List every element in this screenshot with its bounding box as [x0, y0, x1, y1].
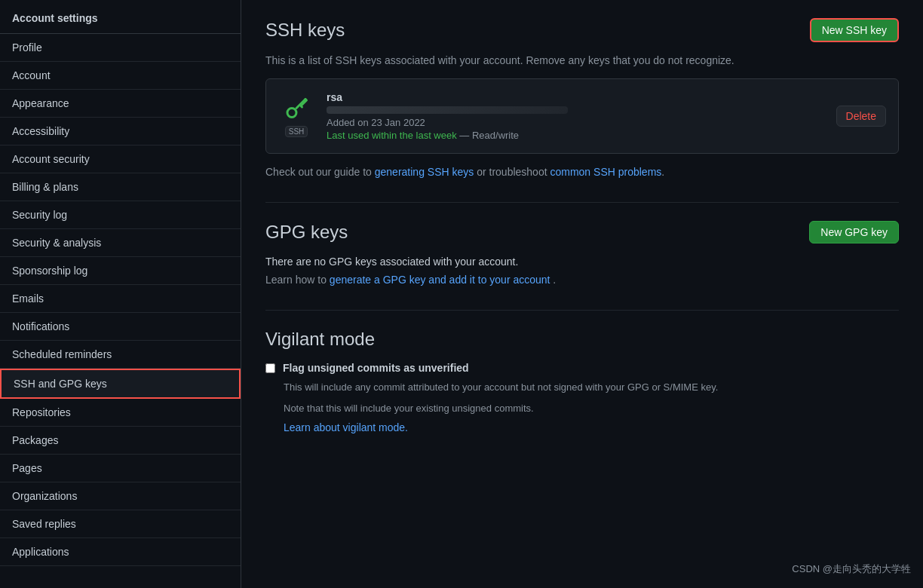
key-added-date: Added on 23 Jan 2022	[327, 117, 824, 128]
sidebar-item-security-analysis[interactable]: Security & analysis	[0, 229, 241, 257]
watermark: CSDN @走向头秃的大学牲	[792, 562, 911, 576]
gpg-learn-prefix: Learn how to	[265, 274, 330, 286]
sidebar-item-emails[interactable]: Emails	[0, 285, 241, 313]
vigilant-desc2: Note that this will include your existin…	[284, 401, 899, 416]
svg-point-0	[287, 108, 296, 117]
sidebar-item-appearance[interactable]: Appearance	[0, 90, 241, 118]
sidebar-title: Account settings	[0, 0, 241, 34]
common-ssh-problems-link[interactable]: common SSH problems	[550, 166, 661, 178]
ssh-section-title: SSH keys	[265, 20, 345, 41]
sidebar-item-applications[interactable]: Applications	[0, 538, 241, 566]
sidebar-item-security-log[interactable]: Security log	[0, 201, 241, 229]
sidebar-item-notifications[interactable]: Notifications	[0, 313, 241, 341]
key-icon-wrapper: SSH	[278, 96, 314, 137]
key-info: rsa Added on 23 Jan 2022 Last used withi…	[327, 91, 824, 141]
key-fingerprint	[327, 106, 568, 114]
no-gpg-keys-text: There are no GPG keys associated with yo…	[265, 256, 899, 268]
sidebar-item-account-security[interactable]: Account security	[0, 145, 241, 173]
guide-suffix: .	[661, 166, 664, 178]
gpg-learn-text: Learn how to generate a GPG key and add …	[265, 274, 899, 286]
key-name: rsa	[327, 91, 824, 103]
key-icon	[283, 96, 310, 123]
key-access: Read/write	[472, 130, 519, 141]
sidebar-item-profile[interactable]: Profile	[0, 34, 241, 62]
sidebar-item-scheduled-reminders[interactable]: Scheduled reminders	[0, 341, 241, 369]
ssh-section: SSH keys New SSH key This is a list of S…	[265, 18, 899, 178]
gpg-section: GPG keys New GPG key There are no GPG ke…	[265, 221, 899, 286]
vigilant-learn-link[interactable]: Learn about vigilant mode.	[284, 421, 408, 433]
main-content: SSH keys New SSH key This is a list of S…	[241, 0, 923, 588]
sidebar: Account settings ProfileAccountAppearanc…	[0, 0, 241, 588]
ssh-key-card: SSH rsa Added on 23 Jan 2022 Last used w…	[265, 78, 899, 154]
sidebar-item-repositories[interactable]: Repositories	[0, 399, 241, 427]
delete-ssh-key-button[interactable]: Delete	[836, 106, 886, 127]
gpg-section-title: GPG keys	[265, 222, 348, 243]
key-badge: SSH	[285, 126, 308, 137]
ssh-description: This is a list of SSH keys associated wi…	[265, 54, 899, 66]
sidebar-item-billing[interactable]: Billing & plans	[0, 173, 241, 201]
guide-middle: or troubleshoot	[474, 166, 550, 178]
key-last-used: Last used within the last week	[327, 130, 457, 141]
sidebar-item-organizations[interactable]: Organizations	[0, 482, 241, 510]
sidebar-item-pages[interactable]: Pages	[0, 455, 241, 482]
generating-ssh-keys-link[interactable]: generating SSH keys	[375, 166, 474, 178]
gpg-learn-suffix: .	[550, 274, 556, 286]
vigilant-title: Vigilant mode	[265, 329, 899, 350]
ssh-guide-text: Check out our guide to generating SSH ke…	[265, 166, 899, 178]
sidebar-item-saved-replies[interactable]: Saved replies	[0, 510, 241, 538]
guide-prefix: Check out our guide to	[265, 166, 375, 178]
vigilant-section: Vigilant mode Flag unsigned commits as u…	[265, 329, 899, 433]
key-usage: Last used within the last week — Read/wr…	[327, 130, 824, 141]
gpg-section-header: GPG keys New GPG key	[265, 221, 899, 243]
sidebar-item-account[interactable]: Account	[0, 62, 241, 90]
vigilant-checkbox[interactable]	[265, 363, 275, 373]
vigilant-checkbox-row: Flag unsigned commits as unverified	[265, 362, 899, 374]
sidebar-item-packages[interactable]: Packages	[0, 427, 241, 455]
gpg-learn-link[interactable]: generate a GPG key and add it to your ac…	[330, 274, 550, 286]
vigilant-desc1: This will include any commit attributed …	[284, 380, 899, 395]
ssh-gpg-divider	[265, 202, 899, 203]
new-gpg-key-button[interactable]: New GPG key	[809, 221, 899, 243]
key-separator: —	[457, 130, 472, 141]
sidebar-item-sponsorship-log[interactable]: Sponsorship log	[0, 257, 241, 285]
sidebar-item-accessibility[interactable]: Accessibility	[0, 118, 241, 145]
sidebar-item-ssh-gpg-keys[interactable]: SSH and GPG keys	[0, 369, 241, 399]
new-ssh-key-button[interactable]: New SSH key	[810, 18, 899, 42]
vigilant-checkbox-label[interactable]: Flag unsigned commits as unverified	[283, 362, 469, 374]
ssh-section-header: SSH keys New SSH key	[265, 18, 899, 42]
gpg-vigilant-divider	[265, 310, 899, 311]
